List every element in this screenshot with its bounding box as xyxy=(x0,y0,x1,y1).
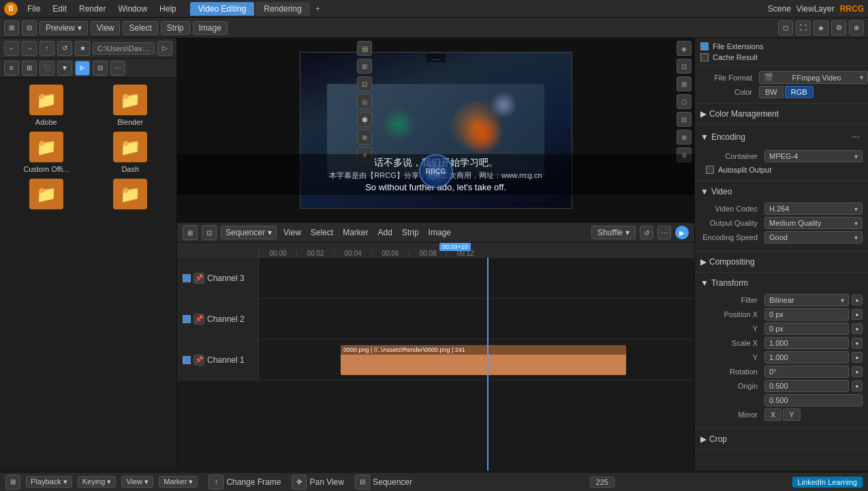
nav-back[interactable]: ← xyxy=(4,41,19,56)
pos-y-dot[interactable]: ● xyxy=(852,323,863,334)
seq-more-icon[interactable]: ⋯ xyxy=(657,226,671,239)
settings-icon[interactable]: ⚙ xyxy=(831,20,846,35)
channel-3-pin[interactable]: 📌 xyxy=(193,273,204,284)
container-value[interactable]: MPEG-4 ▾ xyxy=(764,150,863,162)
sidebar-icon-1[interactable]: ◈ xyxy=(677,41,692,56)
seq-menu-strip[interactable]: Strip xyxy=(399,226,422,239)
transform-header[interactable]: ▼ Transform xyxy=(695,276,868,291)
encoding-header[interactable]: ▼ Encoding ⋯ xyxy=(695,128,868,147)
channel-2-check[interactable] xyxy=(183,315,191,323)
tab-video-editing[interactable]: Video Editing xyxy=(190,2,255,16)
cache-result-check[interactable] xyxy=(700,53,709,61)
toolbar-view[interactable]: View xyxy=(91,21,121,35)
menu-window[interactable]: Window xyxy=(112,3,153,15)
scale-x-dot[interactable]: ● xyxy=(852,338,863,348)
file-extensions-check[interactable] xyxy=(700,42,709,50)
left-icon-2[interactable]: ⊞ xyxy=(357,59,372,74)
grid-view[interactable]: ⊞ xyxy=(22,61,37,76)
view-dropdown[interactable]: View ▾ xyxy=(121,476,153,488)
crop-header[interactable]: ▶ Crop xyxy=(695,432,868,447)
sequencer-label-btn[interactable]: Sequencer▾ xyxy=(221,226,277,239)
rotation-dot[interactable]: ● xyxy=(852,366,863,377)
sidebar-icon-4[interactable]: ⬡ xyxy=(677,94,692,109)
menu-edit[interactable]: Edit xyxy=(47,3,72,15)
breadcrumb-path[interactable]: C:\Users\Dav01... xyxy=(93,42,155,55)
seq-menu-marker[interactable]: Marker xyxy=(340,226,371,239)
marker-dropdown[interactable]: Marker ▾ xyxy=(159,476,198,488)
sidebar-icon-2[interactable]: ⊡ xyxy=(677,59,692,74)
channel-2-pin[interactable]: 📌 xyxy=(193,314,204,325)
seq-menu-image[interactable]: Image xyxy=(426,226,454,239)
linkedin-badge[interactable]: LinkedIn Learning xyxy=(792,477,863,488)
channel-2-content[interactable] xyxy=(259,299,694,339)
toolbar-strip[interactable]: Strip xyxy=(161,21,190,35)
menu-help[interactable]: Help xyxy=(154,3,182,15)
file-format-value[interactable]: 🎬 FFmpeg Video ▾ xyxy=(759,71,868,84)
seq-icon-1[interactable]: ⊞ xyxy=(183,225,198,240)
add-workspace-tab[interactable]: + xyxy=(311,3,324,15)
pos-x-dot[interactable]: ● xyxy=(852,309,863,320)
scale-y-dot[interactable]: ● xyxy=(852,352,863,363)
display-icon[interactable]: ◻ xyxy=(778,20,793,35)
color-btn-bw[interactable]: BW xyxy=(759,86,784,98)
shuffle-dropdown[interactable]: Shuffle▾ xyxy=(591,226,636,239)
frame-number[interactable]: 225 xyxy=(590,477,615,488)
left-icon-5[interactable]: ⬢ xyxy=(357,112,372,127)
encoding-menu[interactable]: ⋯ xyxy=(849,130,863,144)
mirror-y-btn[interactable]: Y xyxy=(783,408,800,421)
zoom-icon[interactable]: ⊕ xyxy=(849,20,864,35)
file-item-adobe[interactable]: 📁 Adobe xyxy=(7,85,86,126)
bookmark-icon[interactable]: ★ xyxy=(75,41,90,56)
filter-value[interactable]: Bilinear ▾ xyxy=(764,294,849,306)
left-icon-1[interactable]: ▤ xyxy=(357,41,372,56)
scale-y-value[interactable]: 1.000 xyxy=(764,351,849,363)
video-codec-value[interactable]: H.264 ▾ xyxy=(764,203,863,215)
nav-refresh[interactable]: ↺ xyxy=(57,41,72,56)
left-icon-6[interactable]: ⊛ xyxy=(357,130,372,145)
expand-icon[interactable]: ▷ xyxy=(157,41,172,56)
video-header[interactable]: ▼ Video xyxy=(695,184,868,199)
seq-playback-icon[interactable]: ▶ xyxy=(675,226,689,239)
channel-3-check[interactable] xyxy=(183,274,191,282)
file-item-6[interactable]: 📁 xyxy=(91,179,170,212)
filter-icon[interactable]: ⊟ xyxy=(93,61,108,76)
position-x-value[interactable]: 0 px xyxy=(764,308,849,321)
color-btn-rgb[interactable]: RGB xyxy=(785,86,813,98)
left-icon-4[interactable]: ◎ xyxy=(357,94,372,109)
sidebar-icon-5[interactable]: ⊟ xyxy=(677,112,692,127)
scale-x-value[interactable]: 1.000 xyxy=(764,337,849,349)
file-item-custom[interactable]: 📁 Custom Offi... xyxy=(7,132,86,173)
overlay-icon[interactable]: ◈ xyxy=(813,20,828,35)
seq-sync-icon[interactable]: ↺ xyxy=(640,226,653,239)
pan-view-icon[interactable]: ✥ xyxy=(292,475,307,490)
keying-dropdown[interactable]: Keying ▾ xyxy=(78,476,117,488)
sort-btn[interactable]: ⫸ xyxy=(75,61,90,76)
seq-menu-add[interactable]: Add xyxy=(375,226,395,239)
file-item-blender[interactable]: 📁 Blender xyxy=(91,85,170,126)
seq-menu-select[interactable]: Select xyxy=(308,226,336,239)
seq-icon-2[interactable]: ⊡ xyxy=(202,225,217,240)
seq-menu-view[interactable]: View xyxy=(281,226,304,239)
output-quality-value[interactable]: Medium Quality ▾ xyxy=(764,217,863,229)
seq-icon[interactable]: ⊟ xyxy=(355,475,370,490)
bottom-icon-1[interactable]: ⊞ xyxy=(5,475,20,490)
more-icon[interactable]: ⋯ xyxy=(110,61,125,76)
origin-x-value[interactable]: 0.500 xyxy=(764,380,849,392)
file-item-5[interactable]: 📁 xyxy=(7,179,86,212)
sidebar-icon-3[interactable]: ⊞ xyxy=(677,76,692,91)
channel-1-check[interactable] xyxy=(183,356,191,364)
strip-block[interactable]: 0000.png | //..\Assets\Render\0000.png |… xyxy=(341,345,626,375)
channel-1-content[interactable]: 0000.png | //..\Assets\Render\0000.png |… xyxy=(259,340,694,380)
nav-forward[interactable]: → xyxy=(22,41,37,56)
origin-dot[interactable]: ● xyxy=(852,381,863,391)
file-item-dash[interactable]: 📁 Dash xyxy=(91,132,170,173)
channel-1-pin[interactable]: 📌 xyxy=(193,355,204,366)
autosplit-check[interactable] xyxy=(706,166,714,174)
position-y-value[interactable]: 0 px xyxy=(764,323,849,335)
list-view[interactable]: ≡ xyxy=(4,61,19,76)
left-icon-3[interactable]: ⊡ xyxy=(357,76,372,91)
crop-icon[interactable]: ⛶ xyxy=(796,20,811,35)
filter-btn[interactable]: ▼ xyxy=(57,61,72,76)
compositing-header[interactable]: ▶ Compositing xyxy=(695,254,868,269)
color-mgmt-header[interactable]: ▶ Color Management xyxy=(695,106,868,121)
